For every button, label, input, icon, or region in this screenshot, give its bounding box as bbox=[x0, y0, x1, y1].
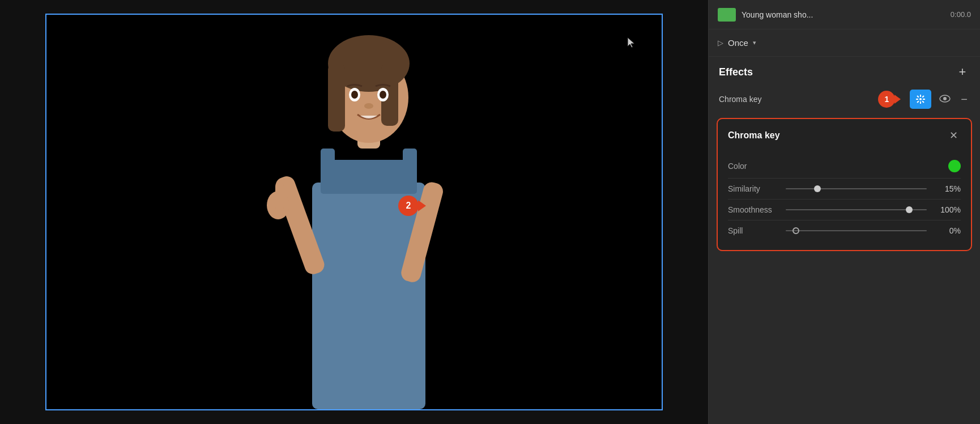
similarity-param-row: Similarity 15% bbox=[728, 179, 961, 200]
spill-slider-area bbox=[786, 230, 927, 231]
callout-1: 1 bbox=[878, 91, 901, 108]
close-panel-button[interactable]: ✕ bbox=[946, 128, 961, 143]
similarity-label: Similarity bbox=[728, 184, 779, 193]
spill-value: 0% bbox=[934, 226, 961, 235]
preview-area: 2 bbox=[0, 0, 708, 424]
svg-line-23 bbox=[917, 96, 919, 97]
svg-rect-15 bbox=[275, 183, 284, 211]
smoothness-track[interactable] bbox=[786, 209, 927, 210]
svg-line-26 bbox=[917, 101, 919, 103]
settings-button[interactable] bbox=[910, 90, 931, 109]
callout-2: 2 bbox=[398, 196, 426, 216]
video-frame bbox=[45, 14, 663, 410]
smoothness-thumb[interactable] bbox=[906, 206, 913, 213]
clip-time: 0:00.0 bbox=[951, 10, 971, 19]
video-inner bbox=[46, 15, 662, 409]
chroma-panel-title: Chroma key bbox=[728, 130, 780, 141]
effect-label: Chroma key bbox=[719, 95, 872, 104]
remove-effect-button[interactable]: − bbox=[958, 93, 970, 106]
badge-2-arrow bbox=[418, 200, 426, 211]
chroma-key-panel: Chroma key ✕ Color Similarity 15% Smooth… bbox=[717, 118, 972, 251]
eye-icon bbox=[939, 95, 951, 103]
similarity-track[interactable] bbox=[786, 188, 927, 189]
add-effect-button[interactable]: + bbox=[955, 65, 970, 79]
visibility-button[interactable] bbox=[937, 94, 953, 105]
clip-info-row: Young woman sho... 0:00.0 bbox=[709, 0, 980, 29]
right-panel: Young woman sho... 0:00.0 ▷ Once ▾ Effec… bbox=[708, 0, 980, 424]
playback-row: ▷ Once ▾ bbox=[709, 29, 980, 57]
color-param-row: Color bbox=[728, 154, 961, 179]
svg-line-24 bbox=[923, 101, 924, 103]
svg-point-18 bbox=[919, 98, 922, 100]
similarity-slider-area bbox=[786, 188, 927, 189]
play-icon[interactable]: ▷ bbox=[718, 39, 723, 47]
smoothness-param-row: Smoothness 100% bbox=[728, 200, 961, 221]
svg-point-11 bbox=[380, 91, 386, 99]
smoothness-slider-area bbox=[786, 209, 927, 210]
settings-icon bbox=[915, 94, 926, 104]
spill-label: Spill bbox=[728, 226, 779, 235]
svg-rect-17 bbox=[326, 160, 411, 194]
color-picker-dot[interactable] bbox=[948, 160, 961, 172]
similarity-value: 15% bbox=[934, 184, 961, 193]
effects-header: Effects + bbox=[709, 57, 980, 85]
clip-name: Young woman sho... bbox=[742, 10, 945, 19]
svg-line-25 bbox=[923, 96, 924, 97]
svg-point-12 bbox=[364, 103, 373, 109]
badge-1-arrow bbox=[894, 95, 901, 104]
color-label: Color bbox=[728, 162, 779, 171]
effects-title: Effects bbox=[719, 66, 753, 78]
badge-2-circle: 2 bbox=[398, 196, 419, 216]
spill-track[interactable] bbox=[786, 230, 927, 231]
similarity-thumb[interactable] bbox=[814, 185, 821, 192]
person-figure bbox=[221, 18, 516, 409]
chroma-panel-header: Chroma key ✕ bbox=[728, 128, 961, 143]
effect-row: Chroma key 1 bbox=[709, 85, 980, 113]
once-label: Once bbox=[728, 38, 748, 48]
svg-rect-0 bbox=[312, 183, 425, 409]
clip-thumbnail bbox=[718, 8, 736, 22]
spill-param-row: Spill 0% bbox=[728, 221, 961, 241]
svg-point-10 bbox=[351, 91, 358, 99]
smoothness-label: Smoothness bbox=[728, 205, 779, 214]
svg-point-28 bbox=[943, 97, 947, 100]
badge-1-circle: 1 bbox=[878, 91, 895, 108]
spill-thumb[interactable] bbox=[792, 227, 799, 234]
smoothness-value: 100% bbox=[934, 205, 961, 214]
chevron-down-icon[interactable]: ▾ bbox=[753, 39, 756, 46]
svg-rect-6 bbox=[328, 63, 345, 132]
cursor bbox=[627, 36, 638, 50]
